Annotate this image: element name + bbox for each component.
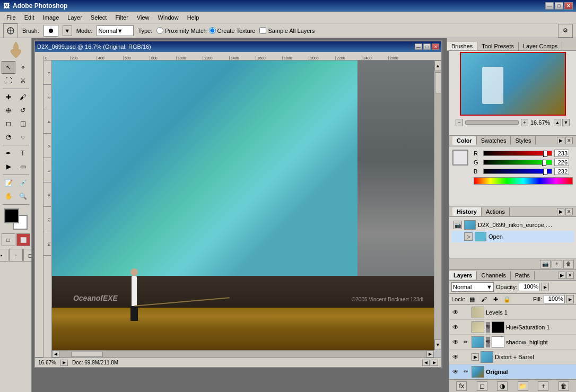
- type-tool[interactable]: T: [16, 147, 30, 160]
- menu-item-edit[interactable]: Edit: [20, 13, 39, 22]
- create-group-btn[interactable]: 📁: [518, 381, 528, 391]
- tab-history[interactable]: History: [452, 207, 482, 216]
- crop-tool[interactable]: ⛶: [2, 74, 15, 87]
- tab-channels[interactable]: Channels: [477, 271, 510, 280]
- nav-up-btn[interactable]: ▲: [554, 119, 561, 126]
- layer-eye-huesat[interactable]: 👁: [451, 323, 460, 332]
- history-snapshot[interactable]: 📷 D2X_0699_nikon_europe,....: [451, 219, 574, 231]
- close-button[interactable]: ✕: [564, 2, 573, 10]
- r-thumb[interactable]: [543, 151, 547, 157]
- nav-zoom-in-btn[interactable]: +: [521, 119, 528, 126]
- layer-shadowhigh[interactable]: 👁 ✏ ⛓ shadow_higlight: [449, 335, 576, 350]
- lock-image-btn[interactable]: 🖌: [479, 295, 488, 303]
- quick-mask-btn[interactable]: ⬜: [16, 233, 30, 246]
- layer-expand-distort[interactable]: ▶: [472, 353, 479, 361]
- sample-all-layers-option[interactable]: Sample All Layers: [259, 27, 315, 34]
- gradient-tool[interactable]: ◫: [16, 117, 30, 130]
- layer-eye-distort[interactable]: 👁: [451, 353, 460, 361]
- doc-title-controls[interactable]: — □ ✕: [415, 43, 439, 50]
- layer-eye-original[interactable]: 👁: [451, 368, 460, 376]
- history-create-new-btn[interactable]: +: [552, 260, 562, 268]
- history-close-btn[interactable]: ✕: [565, 208, 573, 215]
- slice-tool[interactable]: ⚔: [16, 74, 30, 87]
- healing-brush-tool[interactable]: [3, 23, 18, 38]
- brush-tool[interactable]: 🖌: [16, 91, 30, 103]
- b-value[interactable]: 232: [554, 168, 569, 175]
- eyedropper-tool[interactable]: 💉: [16, 177, 30, 189]
- menu-item-file[interactable]: File: [2, 13, 20, 22]
- maximize-button[interactable]: □: [555, 2, 563, 10]
- move-tool[interactable]: ↖: [2, 61, 15, 74]
- proximity-match-option[interactable]: Proximity Match: [156, 27, 206, 34]
- fullscreen-menubar-btn[interactable]: ▫: [9, 249, 23, 262]
- pen-tool[interactable]: ✒: [2, 147, 15, 160]
- add-layer-style-btn[interactable]: fx: [456, 381, 467, 391]
- lock-all-btn[interactable]: 🔒: [502, 295, 512, 303]
- tab-brushes[interactable]: Brushes: [447, 42, 477, 50]
- fg-color-large[interactable]: [452, 150, 468, 165]
- brush-size-dropdown[interactable]: ▼: [63, 25, 72, 36]
- layer-distort[interactable]: 👁 ▶ Distort + Barrel: [449, 350, 576, 364]
- vscroll-thumb[interactable]: [435, 72, 441, 93]
- nav-left-btn[interactable]: ◀: [422, 360, 430, 366]
- standard-mode-btn[interactable]: □: [2, 233, 15, 246]
- fg-color-swatch[interactable]: [4, 208, 19, 223]
- sample-all-layers-checkbox[interactable]: [259, 27, 266, 34]
- options-extra-btn[interactable]: ⚙: [558, 24, 573, 38]
- create-new-layer-btn[interactable]: +: [538, 381, 548, 391]
- create-texture-option[interactable]: Create Texture: [209, 27, 256, 34]
- fullscreen-btn[interactable]: ◻: [23, 249, 32, 262]
- g-thumb[interactable]: [542, 160, 546, 166]
- proximity-match-radio[interactable]: [156, 27, 163, 34]
- opacity-arrow-btn[interactable]: ▶: [542, 283, 549, 291]
- fill-arrow-btn[interactable]: ▶: [566, 295, 574, 303]
- blend-mode-dropdown[interactable]: Normal▼: [451, 282, 494, 292]
- tab-styles[interactable]: Styles: [511, 136, 536, 145]
- notes-tool[interactable]: 📝: [2, 177, 15, 189]
- title-bar-controls[interactable]: — □ ✕: [545, 2, 573, 10]
- g-value[interactable]: 226: [554, 159, 569, 166]
- color-close-btn[interactable]: ✕: [565, 137, 573, 144]
- tab-layers[interactable]: Layers: [449, 271, 477, 280]
- color-menu-btn[interactable]: ▶: [557, 137, 564, 144]
- layers-menu-btn[interactable]: ▶: [558, 272, 565, 279]
- vscroll-down-btn[interactable]: ▼: [434, 339, 441, 350]
- menu-item-window[interactable]: Window: [154, 13, 183, 22]
- layer-huesat[interactable]: 👁 ⛓ Hue/Saturation 1: [449, 320, 576, 335]
- create-adjustment-btn[interactable]: ◑: [497, 381, 508, 391]
- blur-tool[interactable]: ◔: [2, 130, 15, 143]
- delete-layer-btn[interactable]: 🗑: [558, 381, 569, 391]
- menu-item-help[interactable]: Help: [183, 13, 204, 22]
- path-select-tool[interactable]: ▶: [2, 160, 15, 173]
- menu-item-select[interactable]: Select: [86, 13, 111, 22]
- tab-swatches[interactable]: Swatches: [477, 136, 511, 145]
- add-mask-btn[interactable]: ◻: [477, 381, 487, 391]
- tab-color[interactable]: Color: [452, 136, 477, 145]
- r-slider-track[interactable]: [483, 151, 552, 156]
- vscroll-up-btn[interactable]: ▲: [434, 60, 441, 71]
- canvas-vscrollbar[interactable]: ▲ ▼: [434, 60, 441, 350]
- hscroll-right-btn[interactable]: ▶: [426, 351, 434, 358]
- minimize-button[interactable]: —: [545, 2, 554, 10]
- eraser-tool[interactable]: ◻: [2, 117, 15, 130]
- r-value[interactable]: 233: [554, 150, 569, 157]
- history-open-item[interactable]: ▷ Open: [451, 231, 574, 242]
- fill-value[interactable]: 100%: [544, 295, 565, 303]
- g-slider-track[interactable]: [483, 160, 552, 165]
- nav-zoom-slider[interactable]: [465, 120, 519, 125]
- nav-down-btn[interactable]: ▼: [562, 119, 570, 126]
- statusbar-arrow-btn[interactable]: ▶: [60, 360, 68, 366]
- hscroll-left-btn[interactable]: ◀: [52, 351, 59, 358]
- dodge-tool[interactable]: ○: [16, 130, 30, 143]
- layer-brush-original[interactable]: ✏: [461, 368, 470, 376]
- layer-eye-levels1[interactable]: 👁: [451, 308, 460, 317]
- menu-item-image[interactable]: Image: [39, 13, 64, 22]
- doc-close-btn[interactable]: ✕: [432, 43, 439, 50]
- lock-transparent-btn[interactable]: ▦: [467, 295, 477, 303]
- layers-close-btn[interactable]: ✕: [566, 272, 574, 279]
- hscroll-thumb[interactable]: [71, 352, 103, 357]
- nav-zoom-out-btn[interactable]: −: [456, 119, 463, 126]
- history-brush-tool[interactable]: ↺: [16, 104, 30, 117]
- canvas-hscrollbar[interactable]: ◀ ▶: [52, 350, 434, 358]
- hand-tool[interactable]: ✋: [2, 190, 15, 203]
